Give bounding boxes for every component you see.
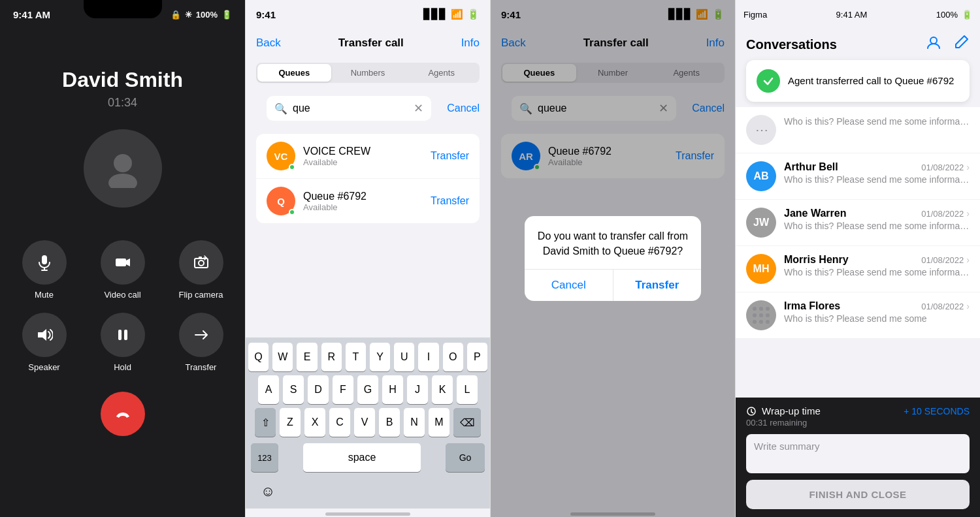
- svg-rect-10: [118, 330, 122, 340]
- conv-body-jane: Jane Warren 01/08/2022 › Who is this? Pl…: [784, 208, 970, 231]
- svg-point-7: [199, 260, 204, 266]
- key-y[interactable]: Y: [370, 343, 390, 371]
- key-a[interactable]: A: [258, 375, 279, 404]
- person-icon: [103, 149, 142, 188]
- add-time-button[interactable]: + 10 SECONDS: [904, 406, 970, 416]
- transfer-link-q6792[interactable]: Transfer: [431, 195, 469, 207]
- key-n[interactable]: N: [404, 408, 425, 437]
- queue-info-vc: VOICE CREW Available: [303, 146, 423, 167]
- flip-camera-button[interactable]: Flip camera: [169, 240, 234, 300]
- key-delete[interactable]: ⌫: [453, 408, 481, 437]
- conv-item-arthur[interactable]: AB Arthur Bell 01/08/2022 › Who is this?…: [736, 153, 980, 200]
- queue-item-6792[interactable]: Q Queue #6792 Available Transfer: [256, 179, 480, 223]
- key-w[interactable]: W: [272, 343, 293, 371]
- queue-item-voice-crew[interactable]: VC VOICE CREW Available Transfer: [256, 134, 480, 179]
- status-time: 9:41 AM: [13, 9, 50, 20]
- caller-name: David Smith: [62, 68, 183, 92]
- key-go[interactable]: Go: [446, 443, 485, 472]
- speaker-button[interactable]: Speaker: [12, 313, 77, 372]
- conv-item-jane[interactable]: JW Jane Warren 01/08/2022 › Who is this?…: [736, 200, 980, 246]
- search-text-2[interactable]: que: [293, 102, 408, 114]
- conv-row-morris: Morris Henry 01/08/2022 ›: [784, 254, 970, 266]
- transfer-button[interactable]: Transfer: [169, 313, 234, 372]
- conv-item-irma[interactable]: Irma Flores 01/08/2022 › Who is this? Pl…: [736, 292, 980, 339]
- tab-agents-2[interactable]: Agents: [404, 64, 478, 82]
- chevron-morris: ›: [966, 255, 970, 265]
- emoji-button[interactable]: ☺: [253, 477, 282, 506]
- key-r[interactable]: R: [321, 343, 342, 371]
- chevron-jane: ›: [966, 208, 970, 219]
- transfer-dialog: Do you want to transfer call from David …: [525, 216, 701, 301]
- conv-item-morris[interactable]: MH Morris Henry 01/08/2022 › Who is this…: [736, 246, 980, 292]
- key-e[interactable]: E: [297, 343, 317, 371]
- key-123[interactable]: 123: [251, 443, 278, 472]
- key-z[interactable]: Z: [280, 408, 301, 437]
- key-p[interactable]: P: [467, 343, 487, 371]
- key-s[interactable]: S: [283, 375, 304, 404]
- chevron-arthur: ›: [966, 162, 970, 172]
- key-g[interactable]: G: [357, 375, 378, 404]
- tab-queues-2[interactable]: Queues: [257, 64, 331, 82]
- battery-icon-4: 🔋: [962, 10, 972, 20]
- end-call-button[interactable]: [101, 392, 145, 436]
- conv-name-irma: Irma Flores: [784, 300, 840, 312]
- notif-checkmark-icon: [757, 69, 780, 93]
- conv-date-arthur: 01/08/2022: [921, 163, 964, 172]
- video-call-button[interactable]: Video call: [90, 240, 155, 300]
- key-m[interactable]: M: [429, 408, 449, 437]
- transfer-label: Transfer: [186, 362, 217, 372]
- key-i[interactable]: I: [418, 343, 438, 371]
- back-button-2[interactable]: Back: [256, 37, 281, 50]
- caller-info: David Smith 01:34: [62, 68, 183, 110]
- finish-close-button[interactable]: FINISH AND CLOSE: [746, 480, 970, 509]
- conv-name-morris: Morris Henry: [784, 254, 849, 266]
- queue-name-q6792: Queue #6792: [303, 191, 423, 202]
- profile-icon[interactable]: [925, 34, 942, 55]
- key-c[interactable]: C: [329, 408, 350, 437]
- conv-body-arthur: Arthur Bell 01/08/2022 › Who is this? Pl…: [784, 161, 970, 185]
- status-figma-label: Figma: [743, 10, 767, 20]
- dialog-cancel-button[interactable]: Cancel: [525, 270, 613, 301]
- mute-icon-wrap: [22, 240, 67, 285]
- hold-button[interactable]: Hold: [90, 313, 155, 372]
- battery-icon-2: 🔋: [467, 8, 480, 20]
- key-o[interactable]: O: [443, 343, 463, 371]
- key-space[interactable]: space: [303, 443, 421, 472]
- conv-avatar-arthur: AB: [746, 161, 776, 191]
- key-b[interactable]: B: [379, 408, 400, 437]
- key-t[interactable]: T: [346, 343, 366, 371]
- transfer-link-vc[interactable]: Transfer: [431, 150, 469, 162]
- svg-point-12: [930, 37, 937, 44]
- summary-input[interactable]: Write summary: [746, 434, 970, 473]
- key-v[interactable]: V: [354, 408, 375, 437]
- key-f[interactable]: F: [333, 375, 353, 404]
- compose-icon[interactable]: [953, 34, 970, 55]
- key-x[interactable]: X: [304, 408, 325, 437]
- key-d[interactable]: D: [308, 375, 329, 404]
- video-label: Video call: [104, 290, 140, 300]
- conv-preview-irma: Who is this? Please send me some: [784, 313, 970, 324]
- conv-item-dots[interactable]: ⋯ Who is this? Please send me some infor…: [736, 107, 980, 153]
- info-button-2[interactable]: Info: [461, 37, 480, 50]
- tab-numbers-2[interactable]: Numbers: [331, 64, 405, 82]
- key-u[interactable]: U: [394, 343, 414, 371]
- queue-name-vc: VOICE CREW: [303, 146, 423, 157]
- status-time-4: 9:41 AM: [836, 10, 868, 20]
- key-k[interactable]: K: [432, 375, 453, 404]
- speaker-icon-wrap: [22, 313, 67, 357]
- key-l[interactable]: L: [457, 375, 478, 404]
- dialog-transfer-button[interactable]: Transfer: [613, 270, 702, 301]
- key-h[interactable]: H: [382, 375, 403, 404]
- key-q[interactable]: Q: [248, 343, 269, 371]
- queue-avatar-q6792: Q: [267, 187, 295, 215]
- lock-icon: 🔒: [171, 10, 181, 20]
- notif-text: Agent transferred call to Queue #6792: [788, 74, 954, 87]
- cancel-button-2[interactable]: Cancel: [447, 102, 480, 114]
- key-shift[interactable]: ⇧: [255, 408, 276, 437]
- mute-button[interactable]: Mute: [12, 240, 77, 300]
- key-j[interactable]: J: [407, 375, 428, 404]
- status-icons: 🔒 ✳ 100% 🔋: [171, 10, 232, 20]
- search-icon-2: 🔍: [274, 102, 287, 115]
- modal-message: Do you want to transfer call from David …: [535, 229, 691, 258]
- search-clear-2[interactable]: ✕: [414, 101, 423, 116]
